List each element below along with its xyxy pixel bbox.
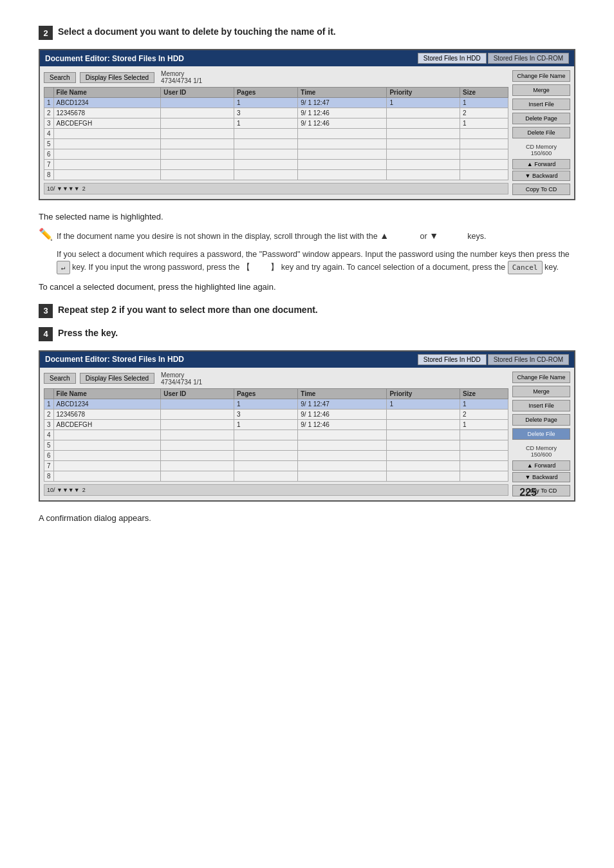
file-table-1: File Name User ID Pages Time Priority Si… xyxy=(44,87,508,180)
row-filename xyxy=(53,139,161,149)
doc-editor-2: Document Editor: Stored Files In HDD Sto… xyxy=(39,350,575,502)
table-row[interactable]: 8 xyxy=(44,170,508,180)
search-button-1[interactable]: Search xyxy=(44,72,76,83)
tab-stored-hdd-1[interactable]: Stored Files In HDD xyxy=(418,53,487,64)
forward-btn-1[interactable]: ▲ Forward xyxy=(512,159,570,169)
table-row[interactable]: 3 ABCDEFGH 1 9/ 1 12:46 1 xyxy=(44,118,508,129)
step2-number: 2 xyxy=(39,26,53,40)
step3-number: 3 xyxy=(39,304,53,318)
col-time-1: Time xyxy=(298,88,387,98)
table-row[interactable]: 1 ABCD1234 1 9/ 1 12:47 1 1 xyxy=(44,399,508,409)
merge-2[interactable]: Merge xyxy=(512,386,570,397)
up-arrow-note: ▲ xyxy=(380,231,389,241)
tab-stored-cdrom-1[interactable]: Stored Files In CD-ROM xyxy=(488,53,569,64)
note-content: If the document name you desire is not s… xyxy=(57,229,575,275)
page-number: 225 xyxy=(519,487,537,498)
status-bar-2: 10/ ▼▼▼▼ 2 xyxy=(44,484,508,496)
row-userid xyxy=(161,440,234,450)
delete-page-2[interactable]: Delete Page xyxy=(512,414,570,426)
tab-stored-hdd-2[interactable]: Stored Files In HDD xyxy=(418,354,487,365)
table-row[interactable]: 7 xyxy=(44,160,508,170)
row-size: 1 xyxy=(460,419,508,429)
col-size-2: Size xyxy=(460,388,508,399)
row-size xyxy=(460,429,508,440)
row-size xyxy=(460,149,508,160)
row-time: 9/ 1 12:47 xyxy=(298,98,387,108)
row-num: 1 xyxy=(44,98,54,108)
row-priority xyxy=(387,139,460,149)
row-num: 7 xyxy=(44,160,54,170)
insert-file-1[interactable]: Insert File xyxy=(512,99,570,110)
display-files-button-1[interactable]: Display Files Selected xyxy=(80,72,154,83)
row-time xyxy=(298,450,387,460)
row-filename: 12345678 xyxy=(53,409,161,419)
or-text: or xyxy=(420,232,427,241)
note-icon: ✏️ xyxy=(39,227,53,241)
table-row[interactable]: 8 xyxy=(44,471,508,481)
row-filename xyxy=(53,129,161,139)
row-priority xyxy=(387,118,460,129)
doc-editor-1-title: Document Editor: Stored Files In HDD xyxy=(45,54,184,63)
row-priority xyxy=(387,471,460,481)
search-button-2[interactable]: Search xyxy=(44,373,76,384)
backward-btn-1[interactable]: ▼ Backward xyxy=(512,171,570,181)
file-table-2: File Name User ID Pages Time Priority Si… xyxy=(44,388,508,482)
table-row[interactable]: 1 ABCD1234 1 9/ 1 12:47 1 1 xyxy=(44,98,508,108)
copy-to-cd-1[interactable]: Copy To CD xyxy=(512,184,570,195)
delete-file-1[interactable]: Delete File xyxy=(512,127,570,138)
row-size: 2 xyxy=(460,108,508,118)
row-pages: 1 xyxy=(234,399,297,409)
merge-1[interactable]: Merge xyxy=(512,84,570,96)
change-file-name-1[interactable]: Change File Name xyxy=(512,70,570,82)
row-pages: 3 xyxy=(234,108,297,118)
delete-file-2[interactable]: Delete File xyxy=(512,428,570,440)
doc-editor-2-header: Document Editor: Stored Files In HDD Sto… xyxy=(40,352,574,368)
backward-btn-2[interactable]: ▼ Backward xyxy=(512,472,570,482)
col-pages-2: Pages xyxy=(234,388,297,399)
cd-nav-1: ▲ Forward ▼ Backward xyxy=(512,159,570,181)
row-userid xyxy=(161,471,234,481)
step3-text: Repeat step 2 if you want to select more… xyxy=(58,304,318,317)
enter-key-note: ↵ xyxy=(57,261,70,275)
row-num: 4 xyxy=(44,429,54,440)
toolbar-row-2: Search Display Files Selected Memory 473… xyxy=(44,372,508,386)
row-userid xyxy=(161,399,234,409)
forward-btn-2[interactable]: ▲ Forward xyxy=(512,460,570,471)
tab-stored-cdrom-2[interactable]: Stored Files In CD-ROM xyxy=(488,354,569,365)
row-filename xyxy=(53,440,161,450)
row-filename xyxy=(53,149,161,160)
row-userid xyxy=(161,139,234,149)
step4-number: 4 xyxy=(39,327,53,341)
row-time: 9/ 1 12:46 xyxy=(298,409,387,419)
row-priority xyxy=(387,419,460,429)
row-time xyxy=(298,129,387,139)
display-files-button-2[interactable]: Display Files Selected xyxy=(80,373,154,384)
table-row[interactable]: 7 xyxy=(44,460,508,471)
table-row[interactable]: 3 ABCDEFGH 1 9/ 1 12:46 1 xyxy=(44,419,508,429)
table-row[interactable]: 2 12345678 3 9/ 1 12:46 2 xyxy=(44,409,508,419)
row-time xyxy=(298,440,387,450)
table-row[interactable]: 4 xyxy=(44,429,508,440)
insert-file-2[interactable]: Insert File xyxy=(512,400,570,411)
row-filename xyxy=(53,450,161,460)
col-num-1 xyxy=(44,88,54,98)
row-priority xyxy=(387,409,460,419)
row-priority xyxy=(387,108,460,118)
row-time xyxy=(298,460,387,471)
table-row[interactable]: 6 xyxy=(44,149,508,160)
delete-page-1[interactable]: Delete Page xyxy=(512,113,570,124)
table-row[interactable]: 5 xyxy=(44,139,508,149)
table-row[interactable]: 6 xyxy=(44,450,508,460)
row-num: 2 xyxy=(44,108,54,118)
table-row[interactable]: 2 12345678 3 9/ 1 12:46 2 xyxy=(44,108,508,118)
table-row[interactable]: 4 xyxy=(44,129,508,139)
row-time: 9/ 1 12:46 xyxy=(298,118,387,129)
change-file-name-2[interactable]: Change File Name xyxy=(512,372,570,383)
table-row[interactable]: 5 xyxy=(44,440,508,450)
row-priority xyxy=(387,149,460,160)
row-num: 6 xyxy=(44,149,54,160)
row-pages xyxy=(234,460,297,471)
col-time-2: Time xyxy=(298,388,387,399)
row-pages xyxy=(234,429,297,440)
bracket-key-note: 【 】 xyxy=(242,262,279,272)
